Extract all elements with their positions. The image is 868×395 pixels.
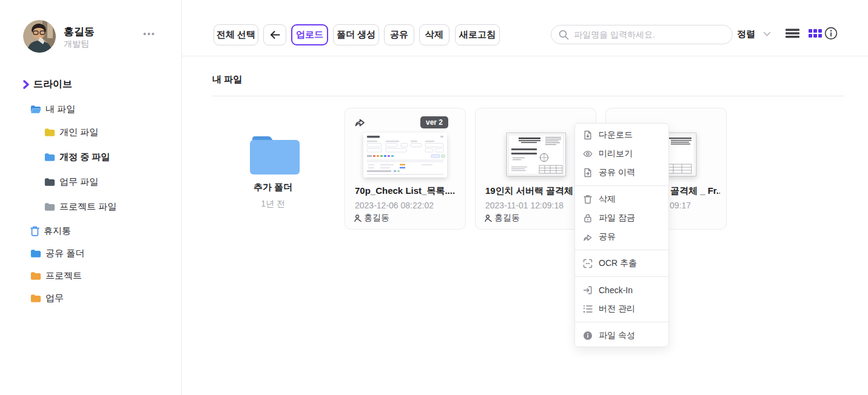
refresh-button[interactable]: 새로고침 <box>455 24 500 45</box>
delete-button[interactable]: 삭제 <box>419 24 449 45</box>
sidebar-item-shared-folder[interactable]: 공유 폴더 <box>30 247 84 260</box>
menu-item-preview[interactable]: 미리보기 <box>575 144 668 163</box>
sidebar-item-label: 개인 파일 <box>59 127 98 138</box>
sidebar-item-label: 드라이브 <box>33 78 72 91</box>
sidebar-item-label: 업무 <box>45 293 64 304</box>
big-folder-icon <box>250 136 300 174</box>
info-filled-icon <box>583 331 593 340</box>
select-all-button[interactable]: 전체 선택 <box>214 24 258 45</box>
folder-tile[interactable]: 추가 폴더 1년 전 <box>212 108 334 230</box>
menu-item-label: 공유 <box>599 231 616 242</box>
menu-item-share[interactable]: 공유 <box>575 227 668 246</box>
sidebar-item-trash[interactable]: 휴지통 <box>30 224 71 237</box>
folder-open-icon <box>30 105 41 114</box>
person-icon <box>485 214 492 222</box>
folder-icon <box>44 202 55 211</box>
check-in-icon <box>583 285 593 295</box>
avatar[interactable] <box>23 20 56 53</box>
folder-icon <box>30 249 41 258</box>
folder-name: 추가 폴더 <box>212 182 334 193</box>
sidebar-item-label: 개정 중 파일 <box>59 151 110 163</box>
download-icon <box>583 130 593 140</box>
menu-item-version[interactable]: 버전 관리 <box>575 299 668 318</box>
app-window: 홍길동 개발팀 ••• 드라이브 내 파일 개인 파일 개정 중 파일 <box>0 0 868 395</box>
search-bar <box>551 25 733 44</box>
grid-view-icon[interactable] <box>809 29 822 38</box>
folder-icon <box>44 153 55 162</box>
menu-item-label: 공유 이력 <box>599 167 635 178</box>
chevron-right-icon <box>23 80 29 89</box>
sidebar: 홍길동 개발팀 ••• 드라이브 내 파일 개인 파일 개정 중 파일 <box>0 0 182 395</box>
toolbar: 전체 선택 업로드 폴더 생성 공유 삭제 새로고침 정렬 <box>182 0 868 56</box>
menu-item-ocr[interactable]: OCR 추출 <box>575 254 668 273</box>
sidebar-item-label: 휴지통 <box>44 225 71 237</box>
sidebar-item-work[interactable]: 업무 <box>30 291 64 305</box>
sidebar-item-drive[interactable]: 드라이브 <box>23 78 72 91</box>
sidebar-item-project-files[interactable]: 프로젝트 파일 <box>44 200 116 213</box>
sidebar-item-project[interactable]: 프로젝트 <box>30 269 82 282</box>
search-icon <box>559 30 569 40</box>
menu-item-delete[interactable]: 삭제 <box>575 190 668 208</box>
file-date: 2023-11-01 12:09:18 <box>485 201 564 210</box>
menu-item-file-lock[interactable]: 파일 잠금 <box>575 208 668 227</box>
sidebar-item-personal-files[interactable]: 개인 파일 <box>44 125 98 139</box>
menu-item-download[interactable]: 다운로드 <box>575 125 668 144</box>
file-owner: 홍길동 <box>485 213 520 224</box>
trash-icon <box>583 194 593 204</box>
context-menu: 다운로드 미리보기 공유 이력 삭제 파일 잠금 <box>574 123 669 347</box>
info-icon[interactable] <box>824 27 838 40</box>
sort-button[interactable]: 정렬 <box>737 28 755 40</box>
file-thumbnail <box>363 133 447 178</box>
file-browser: 내 파일 추가 폴더 1년 전 ver 2 <box>182 56 868 395</box>
trash-icon <box>30 226 39 236</box>
search-input[interactable] <box>574 30 725 39</box>
sidebar-item-my-files[interactable]: 내 파일 <box>30 102 75 116</box>
lock-icon <box>583 213 593 223</box>
list-view-icon[interactable] <box>786 28 799 38</box>
file-owner-name: 홍길동 <box>364 213 389 224</box>
sidebar-item-work-files[interactable]: 업무 파일 <box>44 175 98 188</box>
file-title: 골격체 _ Fr... <box>670 185 720 197</box>
menu-item-label: 다운로드 <box>599 130 633 141</box>
sidebar-item-revising-files[interactable]: 개정 중 파일 <box>44 150 110 164</box>
folder-icon <box>30 271 41 280</box>
menu-item-check-in[interactable]: Check-In <box>575 280 668 299</box>
person-icon <box>354 214 362 222</box>
upload-button[interactable]: 업로드 <box>291 24 328 45</box>
folder-icon <box>30 294 41 303</box>
section-title: 내 파일 <box>212 74 242 85</box>
create-folder-button[interactable]: 폴더 생성 <box>333 24 379 45</box>
profile-team: 개발팀 <box>64 39 89 50</box>
sidebar-item-label: 프로젝트 <box>45 270 82 282</box>
chevron-down-icon[interactable] <box>763 32 771 36</box>
ocr-scan-icon <box>583 259 593 268</box>
share-icon <box>583 233 593 241</box>
share-history-icon <box>583 168 593 178</box>
file-date: 2023-12-06 08:22:02 <box>355 201 434 210</box>
sidebar-item-label: 프로젝트 파일 <box>59 201 116 213</box>
arrow-left-icon <box>270 30 280 39</box>
sidebar-item-label: 내 파일 <box>45 104 75 115</box>
file-owner: 홍길동 <box>354 213 389 224</box>
sidebar-item-label: 공유 폴더 <box>45 248 84 259</box>
menu-item-label: 파일 속성 <box>599 330 635 341</box>
profile-menu-button[interactable]: ••• <box>143 29 156 39</box>
file-owner-name: 홍길동 <box>494 213 520 224</box>
menu-item-label: 미리보기 <box>599 148 633 159</box>
folder-age: 1년 전 <box>212 199 334 210</box>
menu-item-label: 삭제 <box>599 194 616 205</box>
eye-icon <box>583 149 593 159</box>
avatar-photo <box>23 20 56 53</box>
share-button[interactable]: 공유 <box>384 24 414 45</box>
menu-item-share-history[interactable]: 공유 이력 <box>575 163 668 182</box>
file-thumbnail <box>506 133 566 176</box>
back-button[interactable] <box>263 24 286 45</box>
file-date: 09:17 <box>670 201 691 210</box>
menu-item-file-properties[interactable]: 파일 속성 <box>575 326 668 345</box>
menu-divider <box>575 322 668 322</box>
menu-divider <box>575 250 668 250</box>
menu-divider <box>575 185 668 186</box>
file-card[interactable]: ver 2 70p_Check List_목록.... 2023-12-06 0… <box>345 108 466 230</box>
menu-item-label: 버전 관리 <box>599 304 635 314</box>
file-title: 70p_Check List_목록.... <box>355 185 459 197</box>
